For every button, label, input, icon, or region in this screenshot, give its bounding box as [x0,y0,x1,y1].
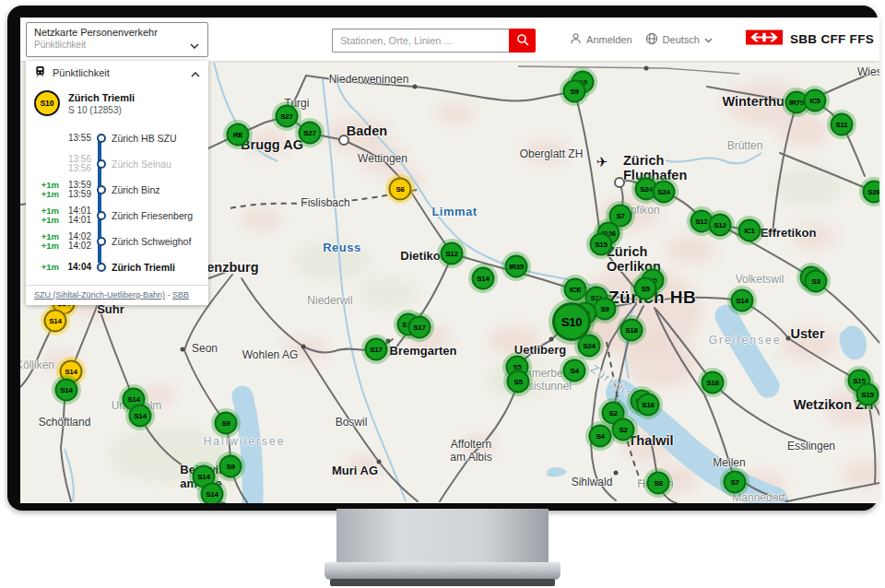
line-badge-s10[interactable]: S10 [552,302,591,341]
train-icon [34,65,46,81]
timeline-node [94,263,109,272]
map-label: Zürich Flughafen [623,153,687,182]
line-badge-s14[interactable]: S14 [472,267,495,290]
line-badge-s14[interactable]: S14 [201,483,224,504]
line-badge-ic5[interactable]: IC5 [804,89,827,112]
railway-line [518,66,739,74]
map-label: Meilen [713,456,745,469]
line-badge-s14[interactable]: S14 [55,379,78,402]
layer-dropdown[interactable]: Netzkarte Personenverkehr Pünktlichkeit [26,22,208,57]
map-label: Fislisbach [301,196,349,209]
language-selector[interactable]: Deutsch [645,32,713,47]
stop-row[interactable]: 13:55Zürich HB SZU [31,125,203,151]
line-badge-s3[interactable]: S3 [805,270,828,293]
map-label: Männedorf [732,491,785,503]
station-marker [549,337,554,342]
globe-icon [645,32,658,47]
monitor-stand-neck [336,509,549,564]
chevron-down-icon [190,36,199,53]
station-marker [181,347,185,352]
map-label: Winterthur [722,94,789,109]
layer-dropdown-subtitle: Pünktlichkeit [34,40,200,50]
line-badge-s4[interactable]: S4 [563,359,586,382]
sbb-link[interactable]: SBB [172,290,189,300]
stop-time: 13:55 [59,134,94,144]
stop-name: Zürich Friesenberg [109,210,203,221]
line-badge-s14[interactable]: S14 [129,405,152,428]
line-badge-s17[interactable]: S17 [365,338,388,361]
brand-text: SBB CFF FFS [790,32,874,46]
stop-name: Zürich HB SZU [109,133,203,144]
line-badge-s2[interactable]: S2 [612,418,635,441]
stop-name: Zürich Schweighof [109,236,203,247]
line-badge-s11[interactable]: S11 [831,113,854,136]
operator-link[interactable]: SZU (Sihltal-Zürich-Uetliberg-Bahn) [34,290,165,300]
line-badge-s9[interactable]: S9 [215,412,238,435]
search-button[interactable] [509,29,536,53]
line-badge-s9[interactable]: S9 [563,80,586,103]
map-label: Niederweningen [329,73,409,86]
line-badge-s24[interactable]: S24 [653,181,676,204]
map-label: Seon [192,342,218,355]
line-badge-s27[interactable]: S27 [276,105,299,128]
line-badge-ice[interactable]: ICE [564,278,587,301]
line-badge-s17[interactable]: S17 [408,316,431,339]
map-label: Brugg AG [241,137,303,152]
line-badge-s26[interactable]: S26 [863,181,880,204]
map-label: Uetliberg [514,343,566,357]
line-badge-s9[interactable]: S9 [219,455,242,478]
line-badge-s14[interactable]: S14 [44,310,67,333]
line-badge-s14[interactable]: S14 [731,289,754,312]
line-badge-s6[interactable]: S6 [389,178,412,201]
line-badge-s15[interactable]: S15 [590,233,613,256]
lake-shape [242,396,253,501]
line-badge-s12[interactable]: S12 [441,242,464,265]
line-badge-s9[interactable]: S9 [594,298,617,321]
map-label: Limmat [431,205,477,218]
line-badge-s16[interactable]: S16 [637,394,660,417]
line-badge-s15[interactable]: S15 [856,383,879,406]
stop-row[interactable]: +1m +1m13:59 13:59Zürich Binz [31,177,203,203]
line-badge-re[interactable]: RE [227,123,250,147]
line-badge-s5[interactable]: S5 [634,277,657,300]
station-marker [413,85,418,89]
stop-row[interactable]: +1m14:04Zürich Triemli [31,254,203,280]
line-badge-s8[interactable]: S8 [647,472,670,495]
stop-time: 14:01 14:01 [59,206,94,226]
map-label: Muri AG [332,464,378,477]
train-line-info: S 10 (12853) [68,105,135,115]
line-badge-ir35[interactable]: IR35 [505,255,528,278]
user-icon [570,32,582,46]
search-input[interactable] [332,29,509,53]
login-link[interactable]: Anmelden [570,32,632,46]
language-label: Deutsch [663,34,700,45]
stop-row[interactable]: +1m +1m14:01 14:01Zürich Friesenberg [31,203,203,229]
lake-shape [839,326,867,360]
stop-time: 13:59 13:59 [59,181,94,200]
map-label: Affoltern am Albis [450,438,491,464]
map-label: Esslingen [787,440,835,453]
line-badge-s12[interactable]: S12 [709,214,732,237]
chevron-up-icon[interactable] [191,65,200,81]
line-badge-ic1[interactable]: IC1 [738,219,761,242]
stop-delay: +1m +1m [31,232,59,251]
line-badge-s4[interactable]: S4 [589,425,612,448]
line-badge-s5[interactable]: S5 [507,370,530,394]
line-badge-s10: S10 [34,90,60,116]
railway-line [440,302,636,501]
stop-row[interactable]: 13:56 13:56Zürich Selnau [31,151,203,177]
map-label: Volketswil [736,273,785,286]
line-badge-s18[interactable]: S18 [702,371,725,394]
line-badge-s7[interactable]: S7 [724,471,747,494]
station-marker [644,66,649,71]
sbb-logo[interactable]: SBB CFF FFS [746,29,874,49]
line-badge-s27[interactable]: S27 [299,122,322,145]
monitor-bezel: NiederweningenTurgiBadenBrugg AGWettinge… [7,6,878,511]
train-info: S10 Zürich Triemli S 10 (12853) [26,84,208,122]
stop-row[interactable]: +1m +1m14:02 14:02Zürich Schweighof [31,229,203,254]
panel-footer: SZU (Sihltal-Zürich-Uetliberg-Bahn) - SB… [26,285,208,305]
line-badge-s18[interactable]: S18 [620,319,643,342]
monitor-stand-base [324,562,560,580]
panel-header[interactable]: Pünktlichkeit [26,61,208,84]
stop-delay: +1m +1m [31,181,59,199]
